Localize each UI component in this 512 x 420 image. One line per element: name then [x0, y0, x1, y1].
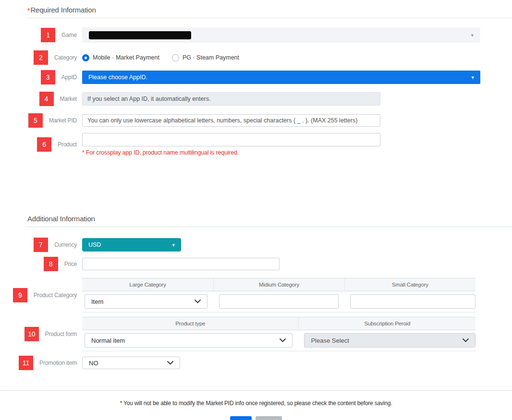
currency-row: 7 Currency USD ▾	[0, 238, 512, 252]
radio-mobile-market-payment[interactable]: Mobile · Market Payment	[82, 54, 159, 61]
midium-category-header: Midium Category	[213, 278, 344, 291]
category-label: Category	[54, 54, 77, 61]
caret-down-icon: ▾	[471, 33, 474, 38]
radio-pg-steam-payment-label: PG · Steam Payment	[183, 54, 239, 61]
step-badge-10: 10	[24, 327, 39, 341]
radio-mobile-market-payment-label: Mobile · Market Payment	[93, 54, 159, 61]
market-input	[82, 92, 380, 106]
radio-selected-icon	[82, 54, 89, 61]
subscription-period-header: Subscription Peroid	[298, 317, 475, 330]
product-row: 6 Product * For crossplay app ID, produc…	[0, 133, 512, 156]
footer-actions: save cancel	[0, 416, 512, 420]
product-type-select-value: Normal item	[91, 337, 125, 344]
step-badge-7: 7	[34, 238, 48, 252]
product-label: Product	[58, 141, 77, 148]
currency-select-value: USD	[88, 241, 101, 248]
product-type-header: Product type	[82, 317, 298, 330]
price-label: Price	[64, 261, 77, 267]
small-category-input[interactable]	[350, 294, 475, 309]
additional-section-title: Additional Information	[27, 215, 95, 223]
product-form-table: Product type Subscription Peroid Normal …	[82, 317, 475, 351]
appid-select-placeholder: Please choose AppID.	[88, 74, 147, 81]
price-row: 8 Price	[0, 257, 512, 271]
promotion-item-row: 11 Promotion item NO	[0, 356, 512, 370]
product-type-select[interactable]: Normal item	[85, 333, 293, 348]
promotion-item-select-value: NO	[89, 360, 98, 367]
product-category-table: Large Category Midium Category Small Cat…	[82, 278, 475, 312]
market-row: 4 Market	[0, 92, 512, 106]
step-badge-2: 2	[34, 50, 48, 65]
product-category-row: 9 Product Category Large Category Midium…	[0, 278, 512, 312]
currency-select[interactable]: USD ▾	[82, 238, 181, 252]
price-input[interactable]	[82, 258, 280, 270]
large-category-select-value: Item	[91, 298, 103, 305]
promotion-item-select[interactable]: NO	[82, 357, 180, 369]
product-category-label: Product Category	[34, 292, 77, 299]
caret-down-icon: ▾	[172, 242, 175, 248]
game-label: Game	[61, 32, 77, 38]
market-pid-row: 5 Market PID	[0, 113, 512, 128]
market-pid-warning-note: * You will not be able to modify the Mar…	[0, 400, 512, 407]
chevron-down-icon	[195, 300, 201, 303]
step-badge-3: 3	[41, 70, 55, 84]
subscription-period-select: Please Select	[304, 333, 475, 348]
market-pid-input[interactable]	[82, 114, 380, 127]
step-badge-6: 6	[37, 137, 51, 152]
cancel-button[interactable]: cancel	[256, 416, 282, 420]
small-category-header: Small Category	[344, 278, 475, 291]
step-badge-1: 1	[41, 28, 55, 42]
subscription-period-select-value: Please Select	[311, 337, 349, 344]
chevron-down-icon	[280, 338, 286, 342]
save-button[interactable]: save	[230, 416, 252, 420]
footer-divider	[0, 390, 512, 391]
required-section-header: *Required Information	[27, 0, 512, 18]
step-badge-4: 4	[39, 92, 54, 106]
large-category-header: Large Category	[82, 278, 213, 291]
additional-section-header: Additional Information	[27, 209, 512, 227]
category-row: 2 Category Mobile · Market Payment PG · …	[0, 50, 512, 65]
market-pid-label: Market PID	[49, 117, 77, 124]
market-label: Market	[60, 96, 77, 102]
step-badge-8: 8	[44, 257, 58, 271]
game-select[interactable]: ▾	[82, 27, 480, 43]
step-badge-9: 9	[13, 288, 27, 302]
appid-row: 3 AppID Please choose AppID. ▾	[0, 70, 512, 84]
large-category-select[interactable]: Item	[85, 294, 207, 309]
redacted-game-name	[89, 31, 191, 39]
required-section-title: Required Information	[30, 6, 96, 14]
product-input[interactable]	[82, 133, 380, 146]
game-row: 1 Game ▾	[0, 27, 512, 43]
radio-unselected-icon	[172, 54, 179, 61]
appid-select[interactable]: Please choose AppID. ▾	[82, 71, 480, 84]
step-badge-11: 11	[19, 356, 33, 370]
promotion-item-label: Promotion item	[39, 360, 77, 366]
chevron-down-icon	[463, 338, 469, 342]
caret-down-icon: ▾	[471, 75, 474, 80]
chevron-down-icon	[167, 361, 173, 365]
radio-pg-steam-payment[interactable]: PG · Steam Payment	[172, 54, 239, 61]
appid-label: AppID	[61, 74, 77, 81]
required-asterisk: *	[27, 7, 30, 14]
currency-label: Currency	[54, 241, 77, 248]
step-badge-5: 5	[28, 113, 43, 128]
product-form-label: Product form	[45, 331, 77, 337]
midium-category-input[interactable]	[219, 294, 339, 309]
product-crossplay-note: * For crossplay app ID, product name mul…	[82, 149, 512, 156]
product-form-row: 10 Product form Product type Subscriptio…	[0, 317, 512, 351]
